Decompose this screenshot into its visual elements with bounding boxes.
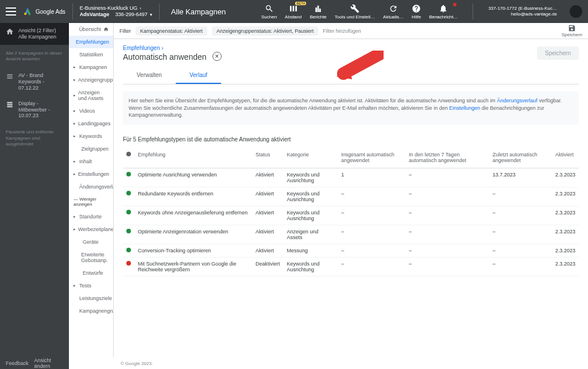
table-header[interactable]: In den letzten 7 Tagen automatisch angew…: [405, 147, 489, 168]
nav-item[interactable]: ▸Inhalt: [69, 155, 113, 168]
brand-text: Google Ads: [36, 9, 65, 15]
table-subhead: Für 5 Empfehlungstypen ist die automatis…: [114, 132, 588, 147]
nav-item[interactable]: ▸Tests: [69, 279, 113, 292]
nav-item[interactable]: Erweiterte Gebotsanp.: [69, 248, 113, 267]
menu-icon[interactable]: [6, 7, 16, 16]
table-header[interactable]: Aktiviert: [552, 147, 579, 168]
nav-item[interactable]: Statistiken: [69, 48, 113, 61]
divider: [159, 3, 160, 20]
campaign-sidebar: Ansicht (2 Filter)Alle Kampagnen Alle 2 …: [0, 23, 69, 358]
show-less[interactable]: — Weniger anzeigen: [69, 193, 113, 210]
divider: [473, 3, 473, 20]
table-row[interactable]: Optimierte Anzeigenrotation verwendenAkt…: [123, 225, 579, 244]
table-row[interactable]: Conversion-Tracking optimierenAktiviertM…: [123, 244, 579, 257]
help-icon[interactable]: Hilfe: [412, 4, 421, 20]
filter-label: Filter: [119, 28, 131, 34]
content-area: Filter Kampagnenstatus: Aktiviert Anzeig…: [114, 23, 588, 358]
nav-item[interactable]: ▸Anzeigen und Assets: [69, 86, 113, 105]
nav-item[interactable]: ▸Anzeigengruppen: [69, 74, 113, 86]
svg-point-0: [24, 13, 26, 15]
notifications-icon[interactable]: Benachricht…: [429, 4, 458, 20]
reports-icon[interactable]: Berichte: [310, 4, 326, 20]
search-icon[interactable]: Suchen: [261, 4, 277, 20]
nav-item[interactable]: Übersicht: [69, 23, 113, 36]
tab-manage[interactable]: Verwalten: [123, 67, 176, 84]
table-row[interactable]: Optimierte Ausrichtung verwendenAktivier…: [123, 168, 579, 187]
avatar[interactable]: [570, 5, 582, 18]
table-header[interactable]: Insgesamt automatisch angewendet: [338, 147, 405, 168]
nav-item[interactable]: Geräte: [69, 236, 113, 248]
nav-item[interactable]: ▸Werbezeitplaner: [69, 223, 113, 236]
campaign-title: Alle Kampagnen: [171, 7, 226, 16]
table-header[interactable]: Kategorie: [283, 147, 338, 168]
nav-item[interactable]: Empfehlungen: [69, 36, 113, 48]
google-ads-logo[interactable]: Google Ads: [23, 7, 65, 16]
nav-item[interactable]: ▸Landingpages: [69, 117, 113, 130]
change-view-link[interactable]: Ansicht ändern: [34, 358, 63, 369]
page-header: Empfehlungen › Automatisch anwenden ✕ Sp…: [114, 39, 588, 67]
account-info: 337-170-1772 (E-Business-Kuc… hello@ads-…: [488, 6, 557, 18]
nav-item[interactable]: ▸Keywords: [69, 130, 113, 143]
nav-item[interactable]: Änderungsverlauf: [69, 180, 113, 193]
nav-item[interactable]: Kampagnengruppen: [69, 305, 113, 317]
changelog-link[interactable]: Änderungsverlauf: [497, 98, 537, 103]
recommendations-table: EmpfehlungStatusKategorieInsgesamt autom…: [123, 147, 579, 276]
view-note: Alle 2 Kampagnen in dieser Ansicht anseh…: [0, 45, 69, 68]
filter-bar: Filter Kampagnenstatus: Aktiviert Anzeig…: [114, 23, 588, 39]
nav-item[interactable]: ▸Standorte: [69, 210, 113, 223]
tools-icon[interactable]: Tools und Einstell…: [335, 4, 375, 20]
settings-link[interactable]: Einstellungen: [449, 105, 480, 111]
sidebar-campaign-item[interactable]: AV - Brand Keywords - 07.12.22: [0, 68, 69, 95]
account-selector[interactable]: E-Business-Kuckluck UG› AdsVantage 336-2…: [80, 5, 152, 18]
save-filter-button[interactable]: Speichern: [562, 24, 582, 37]
feedback-link[interactable]: Feedback: [6, 360, 29, 366]
nav-item[interactable]: Entwürfe: [69, 267, 113, 279]
nav-item[interactable]: Zielgruppen: [69, 143, 113, 155]
nav-item[interactable]: ▸Kampagnen: [69, 61, 113, 74]
table-header[interactable]: [123, 147, 134, 168]
table-row[interactable]: Redundante Keywords entfernenAktiviertKe…: [123, 187, 579, 206]
page-title: Automatisch anwenden: [123, 52, 207, 62]
filter-chip[interactable]: Kampagnenstatus: Aktiviert: [136, 26, 207, 36]
breadcrumb[interactable]: Empfehlungen: [123, 45, 160, 51]
table-row[interactable]: Keywords ohne Anzeigenauslieferung entfe…: [123, 206, 579, 225]
add-filter[interactable]: Filter hinzufügen: [323, 28, 361, 34]
info-banner: Hier sehen Sie eine Übersicht der Empfeh…: [123, 91, 579, 125]
nav-item[interactable]: Leistungsziele: [69, 292, 113, 305]
nav-item[interactable]: ▸Einstellungen: [69, 168, 113, 180]
distance-icon[interactable]: BETAAbstand: [285, 4, 301, 20]
tabs: Verwalten Verlauf: [123, 67, 579, 84]
copyright: © Google 2023.: [69, 361, 588, 366]
footer: Feedback Ansicht ändern © Google 2023.: [0, 358, 588, 369]
divider: [72, 3, 73, 20]
sidebar-campaign-item[interactable]: Display - Mitbewerber - 10.07.23: [0, 96, 69, 124]
refresh-icon[interactable]: Aktualis…: [383, 4, 404, 20]
sidebar-view-all[interactable]: Ansicht (2 Filter)Alle Kampagnen: [0, 23, 69, 45]
table-header[interactable]: Zuletzt automatisch angewendet: [489, 147, 552, 168]
table-header[interactable]: Empfehlung: [134, 147, 252, 168]
tab-history[interactable]: Verlauf: [176, 67, 221, 84]
table-header[interactable]: Status: [252, 147, 284, 168]
close-icon[interactable]: ✕: [212, 52, 222, 61]
nav-sidebar: ÜbersichtEmpfehlungenStatistiken▸Kampagn…: [69, 23, 114, 358]
nav-item[interactable]: ▸Videos: [69, 105, 113, 117]
table-row[interactable]: Mit Suchnetzwerk-Partnern von Google die…: [123, 257, 579, 276]
save-button[interactable]: Speichern: [537, 47, 579, 60]
top-bar: Google Ads E-Business-Kuckluck UG› AdsVa…: [0, 0, 588, 23]
paused-note: Pausierte und entfernte Kampagnen sind a…: [0, 124, 69, 153]
filter-chip[interactable]: Anzeigengruppenstatus: Aktiviert, Pausie…: [212, 26, 318, 36]
